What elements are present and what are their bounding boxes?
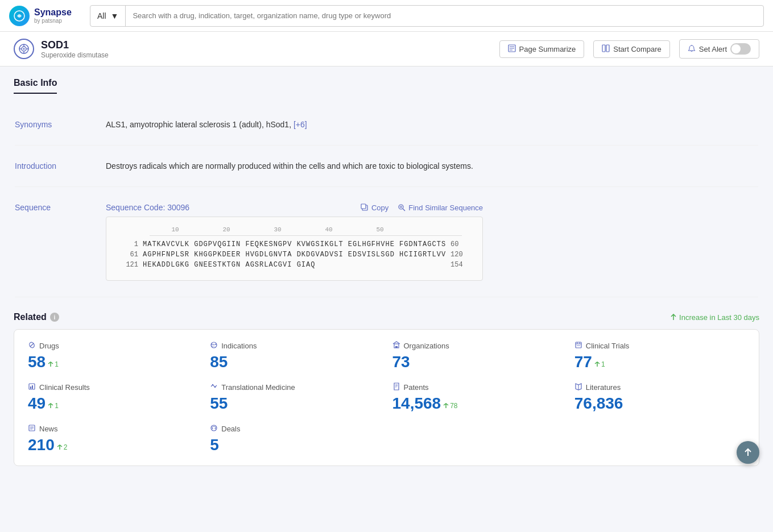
stat-deals[interactable]: Deals 5 — [210, 424, 381, 454]
svg-rect-29 — [396, 346, 398, 348]
info-table: Synonyms ALS1, amyotrophic lateral scler… — [14, 103, 759, 298]
stat-drugs[interactable]: Drugs 58 1 — [28, 341, 199, 371]
increase-arrow-icon — [670, 314, 677, 321]
synonyms-row: Synonyms ALS1, amyotrophic lateral scler… — [15, 104, 758, 146]
organizations-icon — [392, 341, 400, 351]
app-name: Synapse — [34, 7, 72, 18]
svg-point-16 — [399, 205, 403, 209]
navbar: Synapse by patsnap All ▼ — [0, 0, 773, 32]
stat-clinical-trials[interactable]: Clinical Trials 77 1 — [574, 341, 745, 371]
literatures-value: 76,836 — [574, 394, 623, 413]
drugs-icon — [28, 341, 36, 351]
find-similar-button[interactable]: Find Similar Sequence — [398, 203, 483, 212]
related-title-text: Related — [14, 312, 47, 322]
start-compare-button[interactable]: Start Compare — [593, 40, 670, 58]
svg-rect-15 — [361, 204, 366, 209]
introduction-row: Introduction Destroys radicals which are… — [15, 146, 758, 187]
stat-literatures[interactable]: Literatures 76,836 — [574, 383, 745, 413]
main-content: Basic Info Synonyms ALS1, amyotrophic la… — [0, 66, 773, 477]
svg-point-26 — [213, 346, 214, 347]
sequence-actions: Copy Find Similar Sequence — [361, 203, 483, 212]
news-label: News — [39, 425, 58, 433]
svg-rect-28 — [395, 346, 396, 348]
synonyms-expand-button[interactable]: [+6] — [294, 120, 307, 129]
svg-point-51 — [215, 428, 216, 429]
sequence-code-link[interactable]: Sequence Code: 30096 — [106, 203, 189, 212]
synonyms-value: ALS1, amyotrophic lateral sclerosis 1 (a… — [106, 120, 291, 129]
indications-label: Indications — [221, 342, 257, 350]
drugs-value: 58 — [28, 353, 46, 371]
patents-increase: 78 — [443, 402, 457, 410]
news-icon — [28, 424, 36, 434]
page-title: SOD1 — [41, 39, 109, 51]
set-alert-button[interactable]: Set Alert — [679, 39, 759, 59]
news-increase: 2 — [57, 443, 68, 451]
search-bar[interactable]: All ▼ — [90, 5, 764, 27]
stat-patents[interactable]: Patents 14,568 78 — [392, 383, 563, 413]
introduction-value: Destroys radicals which are normally pro… — [106, 161, 473, 171]
literatures-icon — [574, 383, 582, 392]
clinical-trials-label: Clinical Trials — [586, 342, 630, 350]
basic-info-title: Basic Info — [14, 78, 57, 94]
drugs-increase: 1 — [48, 360, 59, 368]
basic-info-section: Basic Info Synonyms ALS1, amyotrophic la… — [14, 78, 759, 298]
stat-news[interactable]: News 210 2 — [28, 424, 199, 454]
drugs-label: Drugs — [39, 342, 59, 350]
organizations-value: 73 — [392, 353, 410, 371]
start-compare-label: Start Compare — [613, 45, 662, 53]
stats-row-3: News 210 2 Deals — [28, 424, 745, 454]
clinical-results-label: Clinical Results — [39, 383, 90, 392]
seq-row-1: 1 MATKAVCVLK GDGPVQGIIN FEQKESNGPV KVWGS… — [115, 240, 473, 248]
copy-icon — [361, 203, 369, 211]
find-similar-icon — [398, 203, 406, 211]
clinical-trials-increase: 1 — [594, 360, 605, 368]
page-summarize-button[interactable]: Page Summarize — [499, 40, 585, 58]
indications-value: 85 — [210, 353, 228, 371]
alert-toggle[interactable] — [730, 43, 751, 55]
news-value: 210 — [28, 436, 55, 454]
svg-rect-37 — [32, 385, 33, 389]
svg-line-20 — [30, 343, 34, 347]
find-similar-label: Find Similar Sequence — [408, 203, 483, 212]
summarize-icon — [508, 44, 516, 54]
stat-indications[interactable]: Indications 85 — [210, 341, 381, 371]
introduction-label: Introduction — [15, 160, 56, 171]
clinical-trials-icon — [574, 341, 582, 351]
search-input[interactable] — [126, 11, 763, 20]
indications-icon — [210, 341, 218, 351]
chevron-down-icon: ▼ — [111, 11, 119, 20]
logo-area: Synapse by patsnap — [9, 6, 83, 26]
scroll-to-top-button[interactable] — [737, 441, 759, 464]
page-summarize-label: Page Summarize — [519, 45, 576, 53]
filter-label: All — [97, 11, 106, 20]
page-title-area: SOD1 Superoxide dismutase — [14, 39, 109, 59]
stat-organizations[interactable]: Organizations 73 — [392, 341, 563, 371]
stat-clinical-results[interactable]: Clinical Results 49 1 — [28, 383, 199, 413]
svg-point-23 — [213, 344, 214, 345]
svg-rect-30 — [576, 342, 581, 348]
related-info-icon[interactable]: i — [50, 313, 59, 322]
increase-badge: Increase in Last 30 days — [670, 313, 759, 322]
stats-row-1: Drugs 58 1 Indicat — [28, 341, 745, 371]
alert-icon — [688, 44, 696, 54]
sequence-row: Sequence Sequence Code: 30096 Copy — [15, 187, 758, 297]
deals-value: 5 — [210, 436, 219, 454]
translational-medicine-label: Translational Medicine — [221, 383, 295, 392]
stats-grid: Drugs 58 1 Indicat — [14, 329, 759, 466]
svg-point-50 — [212, 428, 213, 429]
translational-medicine-value: 55 — [210, 394, 228, 413]
increase-label: Increase in Last 30 days — [679, 313, 759, 322]
copy-button[interactable]: Copy — [361, 203, 388, 212]
compare-icon — [602, 44, 610, 54]
svg-line-17 — [403, 209, 405, 211]
svg-point-24 — [215, 344, 216, 345]
patents-label: Patents — [404, 383, 429, 392]
related-header: Related i Increase in Last 30 days — [14, 312, 759, 322]
svg-rect-13 — [606, 45, 609, 52]
stat-translational-medicine[interactable]: Translational Medicine 55 — [210, 383, 381, 413]
deals-icon — [210, 424, 218, 434]
svg-point-40 — [214, 386, 216, 388]
related-section: Related i Increase in Last 30 days Drugs — [14, 312, 759, 466]
logo-icon — [9, 6, 30, 26]
search-filter-dropdown[interactable]: All ▼ — [90, 6, 126, 26]
